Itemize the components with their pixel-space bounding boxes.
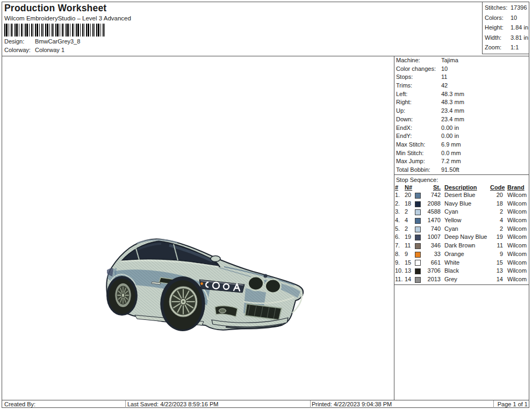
stop-sequence-row: 7. 11 346 Dark Brown 11 Wilcom	[395, 242, 528, 250]
info-row: Colors: 10	[485, 13, 529, 23]
row-number: 8.	[395, 250, 405, 259]
panel-divider	[394, 56, 394, 400]
stop-sequence-row: 1. 20 742 Desert Blue 20 Wilcom	[395, 191, 528, 200]
row-number: 10.	[395, 267, 405, 275]
info-row: Width: 3.81 in	[485, 33, 529, 43]
info-label: EndY:	[396, 132, 441, 141]
info-value: 10	[511, 13, 517, 23]
info-label: Color changes:	[396, 65, 441, 74]
thread-color-swatch	[415, 209, 421, 215]
info-value: 1.84 in	[511, 23, 528, 33]
thread-code: 2	[490, 225, 504, 233]
row-number: 1.	[395, 191, 405, 200]
info-row: Left: 48.3 mm	[396, 90, 528, 99]
thread-code: 2	[490, 208, 504, 216]
info-label: Max Jump:	[396, 157, 441, 166]
stitch-count: 2088	[423, 200, 442, 208]
stitch-count: 2013	[423, 275, 442, 284]
info-label: EndX:	[396, 124, 441, 133]
page-number: Page 1 of 1	[473, 400, 528, 408]
info-row: Zoom: 1:1	[485, 42, 529, 53]
colorway-label: Colorway:	[4, 47, 35, 53]
printed-label: Printed: 4/22/2023 9:04:38 PM	[312, 400, 392, 408]
thread-code: 14	[490, 275, 504, 284]
needle-number: 2	[405, 208, 415, 216]
info-label: Trims:	[396, 82, 441, 90]
info-label: Width:	[485, 33, 511, 43]
info-row: Up: 23.4 mm	[396, 107, 528, 115]
info-value: 11	[441, 73, 447, 82]
info-value: 23.4 mm	[441, 115, 464, 124]
thread-brand: Wilcom	[504, 250, 528, 259]
thread-code: 13	[490, 267, 504, 275]
stop-sequence-title: Stop Sequence:	[396, 176, 438, 184]
info-row: Height: 1.84 in	[485, 23, 529, 33]
row-number: 2.	[395, 200, 405, 208]
col-stitches: St.	[423, 184, 442, 191]
needle-number: 4	[405, 216, 415, 225]
thread-color-swatch	[415, 218, 421, 224]
thread-brand: Wilcom	[504, 267, 528, 275]
info-value: 42	[441, 82, 448, 90]
stitch-count: 3706	[423, 267, 442, 275]
thread-brand: Wilcom	[504, 216, 528, 225]
thread-brand: Wilcom	[504, 208, 528, 216]
thread-brand: Wilcom	[504, 275, 528, 284]
thread-brand: Wilcom	[504, 233, 528, 242]
thread-color-swatch	[415, 260, 421, 266]
thread-color-swatch	[415, 243, 421, 249]
info-value: 0.00 in	[441, 132, 459, 141]
info-label: Right:	[396, 98, 441, 107]
production-worksheet-page: Production Worksheet Wilcom EmbroiderySt…	[0, 0, 532, 409]
thread-code: 4	[490, 216, 504, 225]
stop-sequence-row: 9. 15 661 White 15 Wilcom	[395, 259, 528, 267]
info-value: 10	[441, 65, 448, 74]
thread-description: Navy Blue	[442, 200, 490, 208]
stop-sequence-table: 1. 20 742 Desert Blue 20 Wilcom 2. 18 20…	[395, 191, 528, 284]
row-number: 9.	[395, 259, 405, 267]
info-row: Min Stitch: 0.0 mm	[396, 149, 528, 158]
page-title: Production Worksheet	[4, 3, 106, 14]
info-row: Right: 48.3 mm	[396, 98, 528, 107]
stop-sequence-row: 4. 4 1470 Yellow 4 Wilcom	[395, 216, 528, 225]
thread-description: White	[442, 259, 490, 267]
info-value: 48.3 mm	[441, 98, 464, 107]
info-label: Machine:	[396, 56, 441, 65]
col-brand: Brand	[504, 184, 528, 191]
thread-description: Grey	[442, 275, 490, 284]
thread-description: Black	[442, 267, 490, 275]
info-value: 1:1	[511, 42, 519, 53]
design-canvas	[0, 56, 394, 400]
col-num: #	[395, 184, 405, 191]
thread-description: Desert Blue	[442, 191, 490, 200]
info-value: 91.50ft	[441, 166, 459, 174]
info-row: Stitches: 17396	[485, 3, 529, 13]
needle-number: 19	[405, 233, 415, 242]
thread-brand: Wilcom	[504, 242, 528, 250]
thread-description: Dark Brown	[442, 242, 490, 250]
info-label: Total Bobbin:	[396, 166, 441, 174]
info-label: Max Stitch:	[396, 141, 441, 149]
info-row: Max Stitch: 6.9 mm	[396, 141, 528, 149]
info-label: Height:	[485, 23, 511, 33]
thread-code: 20	[490, 191, 504, 200]
stitch-count: 661	[423, 259, 442, 267]
stop-sequence-header: # N# St. Description Code Brand	[395, 184, 528, 191]
design-label: Design:	[4, 38, 35, 45]
info-row: Max Jump: 7.2 mm	[396, 157, 528, 166]
thread-description: Cyan	[442, 225, 490, 233]
software-name: Wilcom EmbroideryStudio – Level 3 Advanc…	[4, 15, 131, 21]
design-value: BmwCarGrey3_8	[35, 38, 80, 45]
info-label: Left:	[396, 90, 441, 99]
stitch-count: 1007	[423, 233, 442, 242]
info-value: 48.3 mm	[441, 90, 464, 99]
design-name-row: Design:BmwCarGrey3_8	[4, 38, 219, 45]
machine-info-panel: Machine: Tajima Color changes: 10 Stops:…	[396, 56, 528, 174]
stop-sequence-row: 5. 2 740 Cyan 2 Wilcom	[395, 225, 528, 233]
info-value: 23.4 mm	[441, 107, 464, 115]
stop-sequence-row: 3. 2 4588 Cyan 2 Wilcom	[395, 208, 528, 216]
info-row: Down: 23.4 mm	[396, 115, 528, 124]
row-number: 5.	[395, 225, 405, 233]
info-label: Min Stitch:	[396, 149, 441, 158]
needle-number: 20	[405, 191, 415, 200]
